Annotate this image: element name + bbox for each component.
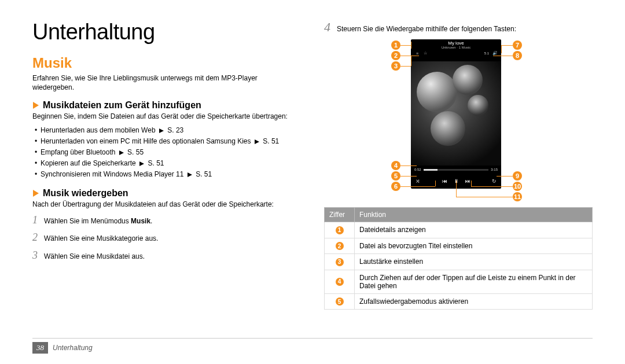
col-ziffer: Ziffer [325, 208, 355, 222]
row-badge: 5 [336, 297, 344, 306]
row-text: Datei als bevorzugten Titel einstellen [355, 238, 593, 254]
phone-mockup: My love Unknown · 1 Music ≡ ☆ 5.1 🔊 [411, 39, 501, 189]
chevron-icon [32, 101, 39, 109]
intro-text: Erfahren Sie, wie Sie Ihre Lieblingsmusi… [32, 73, 301, 92]
album-art [411, 61, 501, 166]
subheading-label: Musikdateien zum Gerät hinzufügen [43, 100, 201, 111]
triangle-icon [255, 137, 259, 147]
table-row: 4 Durch Ziehen auf der oder Tippen auf d… [325, 270, 593, 293]
svg-marker-1 [159, 128, 164, 133]
svg-marker-4 [139, 161, 144, 166]
list-item: Kopieren auf die Speicherkarte S. 51 [32, 158, 301, 169]
callout-line [400, 66, 411, 67]
step-number: 1 [32, 211, 44, 229]
list-item: Herunterladen aus dem mobilen Web S. 23 [32, 125, 301, 136]
footer-divider [32, 338, 593, 339]
callout-line [411, 42, 411, 49]
step-4: 4 Steuern Sie die Wiedergabe mithilfe de… [324, 20, 593, 35]
time-total: 3:15 [491, 168, 498, 171]
col-funktion: Funktion [355, 208, 593, 222]
callout-badge: 10 [513, 182, 522, 191]
right-column: 4 Steuern Sie die Wiedergabe mithilfe de… [324, 20, 593, 310]
step-number: 4 [324, 20, 337, 35]
list-item: Synchronisieren mit Windows Media Player… [32, 169, 301, 180]
callout-line [400, 166, 417, 166]
callout-line [435, 181, 436, 186]
callout-badge: 7 [513, 41, 522, 50]
row-text: Zufallswiedergabemodus aktivieren [355, 293, 593, 310]
callout-line [400, 176, 417, 177]
volume-value: 5.1 [484, 50, 490, 56]
sub1-intro: Beginnen Sie, indem Sie Dateien auf das … [32, 112, 301, 121]
row-badge: 2 [336, 242, 344, 250]
phone-header-row: ≡ ☆ 5.1 🔊 [411, 49, 501, 56]
triangle-icon [139, 159, 144, 169]
svg-marker-3 [119, 150, 124, 155]
callout-badge: 3 [391, 61, 400, 71]
star-icon: ☆ [422, 50, 428, 56]
subheading-play-music: Musik wiedergeben [32, 188, 301, 198]
row-text: Dateidetails anzeigen [355, 222, 593, 238]
callout-line [501, 45, 513, 46]
svg-marker-5 [188, 172, 192, 177]
row-badge: 4 [336, 278, 344, 286]
table-row: 1 Dateidetails anzeigen [325, 222, 593, 238]
phone-callout-diagram: My love Unknown · 1 Music ≡ ☆ 5.1 🔊 [348, 39, 568, 201]
callout-line [493, 56, 513, 56]
row-text: Lautstärke einstellen [355, 254, 593, 270]
bullet-list: Herunterladen aus dem mobilen Web S. 23 … [32, 125, 301, 180]
two-column-layout: Unterhaltung Musik Erfahren Sie, wie Sie… [32, 20, 593, 310]
shuffle-icon: ⤨ [414, 178, 421, 185]
callout-line [471, 181, 472, 186]
step-list: 1 Wählen Sie im Menümodus Musik. 2 Wähle… [32, 211, 301, 264]
svg-marker-2 [255, 139, 259, 144]
callout-line [411, 56, 411, 66]
table-header: Ziffer Funktion [325, 208, 593, 222]
phone-header: My love Unknown · 1 Music ≡ ☆ 5.1 🔊 [411, 39, 501, 61]
list-item: Empfang über Bluetooth S. 55 [32, 147, 301, 158]
table-row: 2 Datei als bevorzugten Titel einstellen [325, 238, 593, 254]
callout-badge: 4 [391, 161, 400, 170]
step-number: 2 [32, 229, 44, 247]
function-table: Ziffer Funktion 1 Dateidetails anzeigen … [324, 207, 593, 310]
callout-badge: 6 [391, 182, 400, 191]
callout-line [501, 45, 502, 53]
repeat-icon: ↻ [491, 178, 498, 185]
triangle-icon [119, 148, 124, 158]
row-text: Durch Ziehen auf der oder Tippen auf die… [355, 270, 593, 293]
page-title: Unterhaltung [32, 20, 301, 45]
callout-badge: 1 [391, 41, 400, 50]
triangle-icon [188, 170, 192, 180]
track-title: My love [411, 39, 501, 46]
left-column: Unterhaltung Musik Erfahren Sie, wie Sie… [32, 20, 301, 310]
step-number: 3 [32, 247, 44, 264]
callout-line [400, 186, 435, 187]
footer-label: Unterhaltung [53, 344, 93, 352]
sub2-intro: Nach der Übertragung der Musikdateien au… [32, 200, 301, 209]
callout-badge: 5 [391, 171, 400, 181]
subheading-add-files: Musikdateien zum Gerät hinzufügen [32, 100, 301, 111]
page-footer: 38 Unterhaltung [32, 342, 93, 354]
section-heading: Musik [32, 55, 301, 71]
callout-badge: 2 [391, 51, 400, 60]
step-item: 1 Wählen Sie im Menümodus Musik. [32, 211, 301, 229]
chevron-icon [32, 189, 39, 197]
table-row: 3 Lautstärke einstellen [325, 254, 593, 270]
callout-line [456, 181, 457, 197]
list-item: Herunterladen von einem PC mit Hilfe des… [32, 136, 301, 147]
row-badge: 3 [336, 258, 344, 266]
callout-line [400, 45, 411, 46]
svg-marker-0 [33, 102, 39, 109]
step-4-text: Steuern Sie die Wiedergabe mithilfe der … [337, 25, 516, 33]
callout-badge: 8 [513, 51, 522, 60]
callout-line [456, 197, 513, 197]
callout-line [471, 186, 513, 187]
next-icon: ⏭ [464, 178, 471, 185]
progress-bar-row: 0:52 3:15 [411, 166, 501, 174]
callout-line [400, 56, 419, 56]
prev-icon: ⏮ [441, 178, 448, 185]
progress-bar [424, 169, 489, 171]
time-current: 0:52 [414, 168, 421, 171]
table-row: 5 Zufallswiedergabemodus aktivieren [325, 293, 593, 310]
callout-line [497, 176, 513, 177]
